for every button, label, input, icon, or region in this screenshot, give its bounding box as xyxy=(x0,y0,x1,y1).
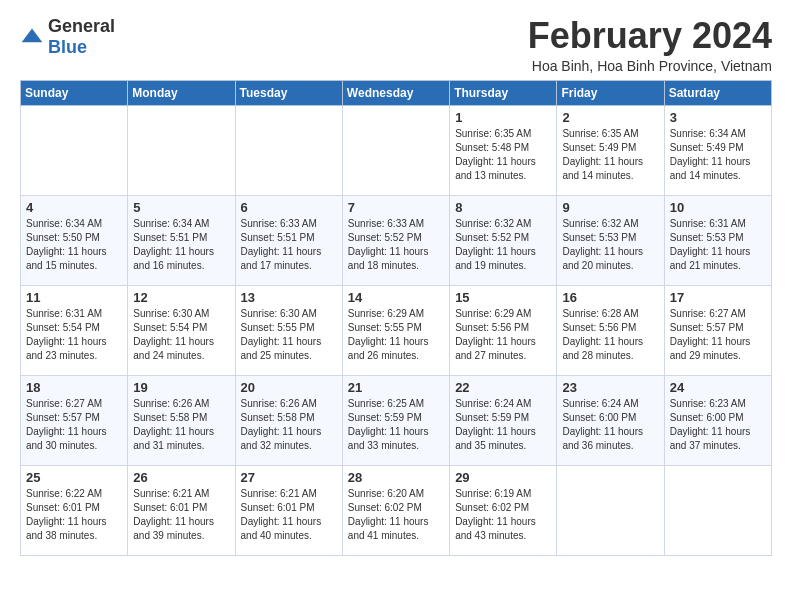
calendar-cell xyxy=(21,105,128,195)
header-saturday: Saturday xyxy=(664,80,771,105)
calendar-cell: 29Sunrise: 6:19 AMSunset: 6:02 PMDayligh… xyxy=(450,465,557,555)
calendar-cell: 21Sunrise: 6:25 AMSunset: 5:59 PMDayligh… xyxy=(342,375,449,465)
page-header: General Blue February 2024 Hoa Binh, Hoa… xyxy=(20,16,772,74)
day-number: 13 xyxy=(241,290,337,305)
cell-info: Sunrise: 6:27 AMSunset: 5:57 PMDaylight:… xyxy=(670,307,766,363)
week-row: 4Sunrise: 6:34 AMSunset: 5:50 PMDaylight… xyxy=(21,195,772,285)
cell-info: Sunrise: 6:33 AMSunset: 5:51 PMDaylight:… xyxy=(241,217,337,273)
svg-marker-0 xyxy=(22,28,43,42)
cell-info: Sunrise: 6:24 AMSunset: 5:59 PMDaylight:… xyxy=(455,397,551,453)
day-number: 23 xyxy=(562,380,658,395)
calendar-body: 1Sunrise: 6:35 AMSunset: 5:48 PMDaylight… xyxy=(21,105,772,555)
calendar-header: Sunday Monday Tuesday Wednesday Thursday… xyxy=(21,80,772,105)
day-number: 5 xyxy=(133,200,229,215)
cell-info: Sunrise: 6:27 AMSunset: 5:57 PMDaylight:… xyxy=(26,397,122,453)
location-title: Hoa Binh, Hoa Binh Province, Vietnam xyxy=(528,58,772,74)
cell-info: Sunrise: 6:22 AMSunset: 6:01 PMDaylight:… xyxy=(26,487,122,543)
calendar-table: Sunday Monday Tuesday Wednesday Thursday… xyxy=(20,80,772,556)
day-number: 25 xyxy=(26,470,122,485)
cell-info: Sunrise: 6:29 AMSunset: 5:55 PMDaylight:… xyxy=(348,307,444,363)
logo-general: General xyxy=(48,16,115,36)
day-number: 29 xyxy=(455,470,551,485)
day-number: 16 xyxy=(562,290,658,305)
day-number: 20 xyxy=(241,380,337,395)
day-number: 1 xyxy=(455,110,551,125)
day-number: 26 xyxy=(133,470,229,485)
cell-info: Sunrise: 6:25 AMSunset: 5:59 PMDaylight:… xyxy=(348,397,444,453)
calendar-cell: 14Sunrise: 6:29 AMSunset: 5:55 PMDayligh… xyxy=(342,285,449,375)
cell-info: Sunrise: 6:19 AMSunset: 6:02 PMDaylight:… xyxy=(455,487,551,543)
calendar-cell xyxy=(128,105,235,195)
calendar-cell: 22Sunrise: 6:24 AMSunset: 5:59 PMDayligh… xyxy=(450,375,557,465)
logo-text: General Blue xyxy=(48,16,115,58)
calendar-cell: 19Sunrise: 6:26 AMSunset: 5:58 PMDayligh… xyxy=(128,375,235,465)
calendar-cell: 24Sunrise: 6:23 AMSunset: 6:00 PMDayligh… xyxy=(664,375,771,465)
cell-info: Sunrise: 6:34 AMSunset: 5:49 PMDaylight:… xyxy=(670,127,766,183)
calendar-cell: 11Sunrise: 6:31 AMSunset: 5:54 PMDayligh… xyxy=(21,285,128,375)
calendar-cell: 25Sunrise: 6:22 AMSunset: 6:01 PMDayligh… xyxy=(21,465,128,555)
header-monday: Monday xyxy=(128,80,235,105)
cell-info: Sunrise: 6:31 AMSunset: 5:53 PMDaylight:… xyxy=(670,217,766,273)
calendar-cell: 28Sunrise: 6:20 AMSunset: 6:02 PMDayligh… xyxy=(342,465,449,555)
day-number: 21 xyxy=(348,380,444,395)
calendar-cell xyxy=(235,105,342,195)
cell-info: Sunrise: 6:35 AMSunset: 5:49 PMDaylight:… xyxy=(562,127,658,183)
calendar-cell: 27Sunrise: 6:21 AMSunset: 6:01 PMDayligh… xyxy=(235,465,342,555)
cell-info: Sunrise: 6:34 AMSunset: 5:51 PMDaylight:… xyxy=(133,217,229,273)
calendar-cell: 26Sunrise: 6:21 AMSunset: 6:01 PMDayligh… xyxy=(128,465,235,555)
day-number: 27 xyxy=(241,470,337,485)
logo-icon xyxy=(20,25,44,49)
cell-info: Sunrise: 6:34 AMSunset: 5:50 PMDaylight:… xyxy=(26,217,122,273)
calendar-cell xyxy=(342,105,449,195)
calendar-cell: 10Sunrise: 6:31 AMSunset: 5:53 PMDayligh… xyxy=(664,195,771,285)
calendar-cell: 15Sunrise: 6:29 AMSunset: 5:56 PMDayligh… xyxy=(450,285,557,375)
day-number: 4 xyxy=(26,200,122,215)
calendar-cell xyxy=(557,465,664,555)
cell-info: Sunrise: 6:33 AMSunset: 5:52 PMDaylight:… xyxy=(348,217,444,273)
day-number: 11 xyxy=(26,290,122,305)
day-number: 15 xyxy=(455,290,551,305)
cell-info: Sunrise: 6:28 AMSunset: 5:56 PMDaylight:… xyxy=(562,307,658,363)
day-number: 24 xyxy=(670,380,766,395)
calendar-cell: 12Sunrise: 6:30 AMSunset: 5:54 PMDayligh… xyxy=(128,285,235,375)
day-number: 22 xyxy=(455,380,551,395)
calendar-cell: 18Sunrise: 6:27 AMSunset: 5:57 PMDayligh… xyxy=(21,375,128,465)
cell-info: Sunrise: 6:30 AMSunset: 5:54 PMDaylight:… xyxy=(133,307,229,363)
cell-info: Sunrise: 6:21 AMSunset: 6:01 PMDaylight:… xyxy=(133,487,229,543)
calendar-cell: 20Sunrise: 6:26 AMSunset: 5:58 PMDayligh… xyxy=(235,375,342,465)
header-wednesday: Wednesday xyxy=(342,80,449,105)
header-friday: Friday xyxy=(557,80,664,105)
day-number: 28 xyxy=(348,470,444,485)
week-row: 18Sunrise: 6:27 AMSunset: 5:57 PMDayligh… xyxy=(21,375,772,465)
calendar-cell xyxy=(664,465,771,555)
calendar-cell: 2Sunrise: 6:35 AMSunset: 5:49 PMDaylight… xyxy=(557,105,664,195)
month-title: February 2024 xyxy=(528,16,772,56)
cell-info: Sunrise: 6:32 AMSunset: 5:53 PMDaylight:… xyxy=(562,217,658,273)
day-number: 10 xyxy=(670,200,766,215)
week-row: 1Sunrise: 6:35 AMSunset: 5:48 PMDaylight… xyxy=(21,105,772,195)
calendar-cell: 9Sunrise: 6:32 AMSunset: 5:53 PMDaylight… xyxy=(557,195,664,285)
day-number: 2 xyxy=(562,110,658,125)
calendar-cell: 13Sunrise: 6:30 AMSunset: 5:55 PMDayligh… xyxy=(235,285,342,375)
day-number: 6 xyxy=(241,200,337,215)
day-number: 9 xyxy=(562,200,658,215)
header-sunday: Sunday xyxy=(21,80,128,105)
calendar-cell: 6Sunrise: 6:33 AMSunset: 5:51 PMDaylight… xyxy=(235,195,342,285)
day-number: 3 xyxy=(670,110,766,125)
day-number: 14 xyxy=(348,290,444,305)
calendar-cell: 8Sunrise: 6:32 AMSunset: 5:52 PMDaylight… xyxy=(450,195,557,285)
cell-info: Sunrise: 6:26 AMSunset: 5:58 PMDaylight:… xyxy=(241,397,337,453)
calendar-cell: 3Sunrise: 6:34 AMSunset: 5:49 PMDaylight… xyxy=(664,105,771,195)
cell-info: Sunrise: 6:23 AMSunset: 6:00 PMDaylight:… xyxy=(670,397,766,453)
calendar-cell: 7Sunrise: 6:33 AMSunset: 5:52 PMDaylight… xyxy=(342,195,449,285)
cell-info: Sunrise: 6:32 AMSunset: 5:52 PMDaylight:… xyxy=(455,217,551,273)
cell-info: Sunrise: 6:20 AMSunset: 6:02 PMDaylight:… xyxy=(348,487,444,543)
calendar-cell: 1Sunrise: 6:35 AMSunset: 5:48 PMDaylight… xyxy=(450,105,557,195)
calendar-cell: 4Sunrise: 6:34 AMSunset: 5:50 PMDaylight… xyxy=(21,195,128,285)
cell-info: Sunrise: 6:29 AMSunset: 5:56 PMDaylight:… xyxy=(455,307,551,363)
cell-info: Sunrise: 6:30 AMSunset: 5:55 PMDaylight:… xyxy=(241,307,337,363)
day-number: 8 xyxy=(455,200,551,215)
calendar-cell: 17Sunrise: 6:27 AMSunset: 5:57 PMDayligh… xyxy=(664,285,771,375)
header-row: Sunday Monday Tuesday Wednesday Thursday… xyxy=(21,80,772,105)
calendar-cell: 5Sunrise: 6:34 AMSunset: 5:51 PMDaylight… xyxy=(128,195,235,285)
